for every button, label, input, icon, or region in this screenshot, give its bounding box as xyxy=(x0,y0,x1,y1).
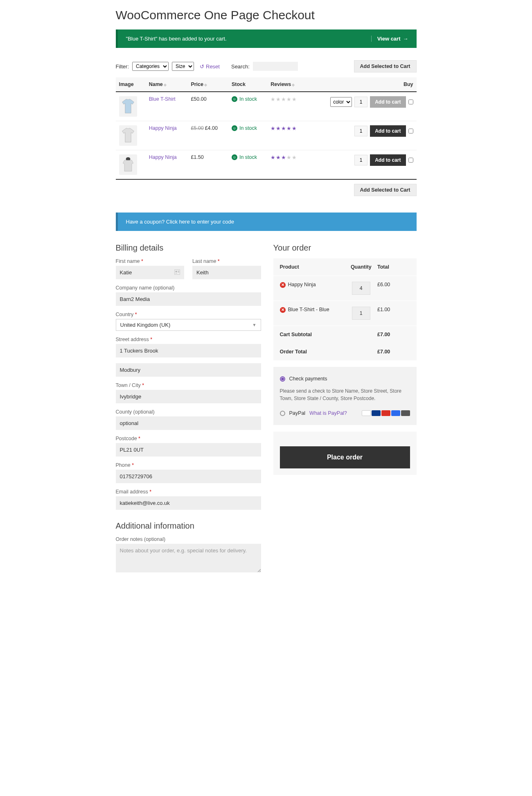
star-icon: ★ xyxy=(286,96,291,102)
rating-stars: ★★★★★ xyxy=(271,125,304,131)
notice-text: "Blue T-Shirt" has been added to your ca… xyxy=(126,36,227,42)
county-field[interactable] xyxy=(116,416,261,430)
payment-check[interactable]: Check payments xyxy=(280,373,410,384)
check-label: Check payments xyxy=(289,376,327,382)
subtotal-label: Cart Subtotal xyxy=(280,332,345,337)
star-icon: ★ xyxy=(281,125,286,131)
billing-title: Billing details xyxy=(116,243,261,253)
first-name-field[interactable] xyxy=(116,266,185,279)
contact-card-icon xyxy=(174,269,180,276)
product-name-link[interactable]: Happy Ninja xyxy=(149,154,177,160)
svg-point-2 xyxy=(176,271,177,272)
filter-label: Filter: xyxy=(116,63,129,70)
phone-field[interactable] xyxy=(116,470,261,483)
paypal-what-link[interactable]: What is PayPal? xyxy=(309,410,347,416)
filter-categories-select[interactable]: Categories xyxy=(132,62,169,71)
email-label: Email address * xyxy=(116,489,261,495)
add-to-cart-button[interactable]: Add to cart xyxy=(370,96,406,108)
country-select[interactable]: United Kingdom (UK) ▼ xyxy=(116,319,261,331)
city-field[interactable] xyxy=(116,390,261,403)
table-row: Blue T-Shirt£50.00☺In stock★★★★★colorAdd… xyxy=(116,92,417,121)
country-value: United Kingdom (UK) xyxy=(120,322,171,328)
th-name[interactable]: Name◆ xyxy=(146,77,188,92)
qty-input[interactable] xyxy=(354,97,367,107)
stock-status: ☺In stock xyxy=(232,154,264,160)
product-price: £1.50 xyxy=(187,150,228,180)
company-field[interactable] xyxy=(116,292,261,306)
product-name-link[interactable]: Blue T-Shirt xyxy=(149,96,176,102)
page-title: WooCommerce One Page Checkout xyxy=(116,8,417,22)
radio-icon xyxy=(280,411,285,416)
coupon-prompt: Have a coupon? xyxy=(126,219,165,225)
remove-item-icon[interactable]: ✕ xyxy=(280,282,286,288)
order-item: ✕Blue T-Shirt - Blue1£1.00 xyxy=(273,301,417,326)
th-reviews[interactable]: Reviews◆ xyxy=(267,77,307,92)
products-table: Image Name◆ Price◆ Stock Reviews◆ Buy Bl… xyxy=(116,77,417,180)
search-label: Search: xyxy=(231,63,250,70)
sort-icon: ◆ xyxy=(204,83,207,87)
product-image[interactable] xyxy=(119,125,137,146)
order-notes-field[interactable] xyxy=(116,544,261,572)
add-to-cart-button[interactable]: Add to cart xyxy=(370,125,406,137)
star-icon: ★ xyxy=(271,154,275,161)
add-selected-bottom-button[interactable]: Add Selected to Cart xyxy=(354,184,417,196)
radio-checked-icon xyxy=(280,376,285,382)
order-item-total: £6.00 xyxy=(377,282,410,295)
search-input[interactable] xyxy=(253,62,298,71)
add-to-cart-button[interactable]: Add to cart xyxy=(370,154,406,166)
order-summary: Product Quantity Total ✕Happy Ninja4£6.0… xyxy=(273,258,417,360)
product-name-link[interactable]: Happy Ninja xyxy=(149,125,177,131)
place-order-button[interactable]: Place order xyxy=(280,446,410,468)
star-icon: ★ xyxy=(276,96,281,102)
star-icon: ★ xyxy=(276,125,281,131)
select-checkbox[interactable] xyxy=(408,129,413,133)
rating-stars: ★★★★★ xyxy=(271,154,304,161)
star-icon: ★ xyxy=(281,96,286,102)
star-icon: ★ xyxy=(271,96,275,102)
filter-reset[interactable]: ↺ Reset xyxy=(200,63,220,70)
total-label: Order Total xyxy=(280,349,345,355)
smiley-icon: ☺ xyxy=(232,96,237,102)
last-name-field[interactable] xyxy=(192,266,261,279)
svg-rect-4 xyxy=(178,272,179,272)
postcode-label: Postcode * xyxy=(116,436,261,441)
payment-paypal[interactable]: PayPal What is PayPal? xyxy=(280,408,410,418)
order-item: ✕Happy Ninja4£6.00 xyxy=(273,276,417,301)
street-field[interactable] xyxy=(116,344,261,357)
product-image[interactable] xyxy=(119,154,137,175)
paypal-label: PayPal xyxy=(289,410,306,416)
email-field[interactable] xyxy=(116,496,261,510)
product-image[interactable] xyxy=(119,96,137,117)
star-icon: ★ xyxy=(292,154,297,161)
select-checkbox[interactable] xyxy=(408,158,413,163)
postcode-field[interactable] xyxy=(116,443,261,457)
order-item-qty[interactable]: 4 xyxy=(352,282,370,295)
qty-input[interactable] xyxy=(354,126,367,136)
view-cart-label: View cart xyxy=(377,36,401,42)
rating-stars: ★★★★★ xyxy=(271,96,304,102)
order-item-qty[interactable]: 1 xyxy=(352,307,370,320)
smiley-icon: ☺ xyxy=(232,125,237,131)
th-price[interactable]: Price◆ xyxy=(187,77,228,92)
stock-status: ☺In stock xyxy=(232,96,264,102)
city-label: Town / City * xyxy=(116,382,261,388)
qty-input[interactable] xyxy=(354,155,367,165)
order-hdr-product: Product xyxy=(280,264,345,270)
county-label: County (optional) xyxy=(116,409,261,415)
street2-field[interactable] xyxy=(116,363,261,377)
select-checkbox[interactable] xyxy=(408,100,413,104)
filter-size-select[interactable]: Size xyxy=(172,62,194,71)
payment-card-icons xyxy=(362,410,410,416)
additional-title: Additional information xyxy=(116,521,261,531)
star-icon: ★ xyxy=(276,154,281,161)
stock-status: ☺In stock xyxy=(232,125,264,131)
arrow-right-icon: → xyxy=(403,36,408,42)
table-row: Happy Ninja£1.50☺In stock★★★★★Add to car… xyxy=(116,150,417,180)
view-cart-link[interactable]: View cart → xyxy=(371,36,408,42)
variant-select[interactable]: color xyxy=(330,97,352,107)
coupon-bar[interactable]: Have a coupon? Click here to enter your … xyxy=(116,213,417,231)
remove-item-icon[interactable]: ✕ xyxy=(280,307,286,313)
company-label: Company name (optional) xyxy=(116,285,261,291)
add-selected-top-button[interactable]: Add Selected to Cart xyxy=(354,60,417,72)
sort-icon: ◆ xyxy=(164,83,167,87)
